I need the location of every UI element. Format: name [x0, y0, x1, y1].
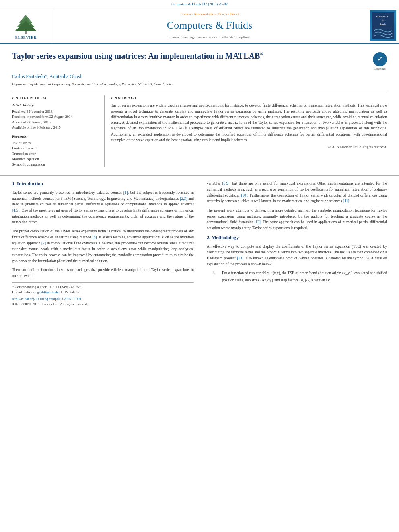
footnote-area: * Corresponding author. Tel.: +1 (849) 2…: [12, 282, 194, 307]
crossmark-label: CrossMark: [374, 67, 386, 71]
elsevier-tree-icon: [11, 13, 41, 35]
journal-homepage: journal homepage: www.elsevier.com/locat…: [169, 35, 249, 40]
header-left: ELSEVIER: [0, 8, 52, 43]
info-section: ARTICLE INFO Article history: Received 4…: [12, 92, 387, 167]
keyword-symbolic-computation: Symbolic computation: [12, 162, 98, 168]
journal-thumbnail: computers & fluids: [370, 10, 396, 41]
intro-paragraph-1: Taylor series are primarily presented in…: [12, 190, 194, 225]
present-work-paragraph: The present work attempts to deliver, in…: [207, 207, 387, 231]
top-bar: Computers & Fluids 112 (2015) 79–82: [0, 0, 399, 8]
svg-text:fluids: fluids: [380, 23, 387, 26]
main-content: 1. Introduction Taylor series are primar…: [0, 175, 399, 307]
revised-date: Received in revised form 22 August 2014: [12, 114, 98, 120]
item-label: i.: [213, 270, 219, 283]
intro-paragraph-2: The proper computation of the Taylor ser…: [12, 228, 194, 264]
right-column: variables [8,9], but these are only usef…: [204, 181, 387, 307]
keyword-finite-differences: Finite differences: [12, 146, 98, 151]
abstract-text: Taylor series expansions are widely used…: [111, 103, 387, 150]
header-right: computers & fluids: [367, 8, 399, 43]
methodology-item-1: i. For a function of two variables u(x,y…: [207, 270, 387, 286]
article-info-panel: ARTICLE INFO Article history: Received 4…: [12, 95, 105, 167]
methodology-heading: 2. Methodology: [207, 234, 387, 241]
corresponding-author-note: * Corresponding author. Tel.: +1 (849) 2…: [12, 284, 194, 290]
item-text: For a function of two variables u(x,y), …: [222, 270, 387, 283]
elsevier-wordmark: ELSEVIER: [15, 35, 37, 40]
abstract-panel: ABSTRACT Taylor series expansions are wi…: [105, 95, 387, 167]
elsevier-logo-container: ELSEVIER: [11, 13, 41, 40]
intro-paragraph-3: There are built-in functions in software…: [12, 267, 194, 279]
issn-text: 0045-7930/© 2015 Elsevier Ltd. All right…: [12, 302, 194, 307]
keywords-label: Keywords:: [12, 134, 98, 139]
keyword-truncation-error: Truncation error: [12, 151, 98, 157]
sciencedirect-link[interactable]: ScienceDirect: [218, 12, 239, 16]
left-column: 1. Introduction Taylor series are primar…: [12, 181, 197, 307]
journal-title-header: Computers & Fluids: [167, 18, 252, 33]
intro-continuation: variables [8,9], but these are only usef…: [207, 181, 387, 204]
keyword-taylor-series: Taylor series: [12, 140, 98, 146]
email-note: E-mail address: cjp9444@rit.edu (C. Pant…: [12, 290, 194, 295]
crossmark-icon: ✓: [373, 52, 387, 66]
methodology-paragraph-1: An effective way to compute and display …: [207, 244, 387, 267]
introduction-heading: 1. Introduction: [12, 181, 194, 187]
authors-line: Carlos Pantaleón*, Amitabha Ghosh: [12, 73, 387, 80]
affiliation-line: Department of Mechanical Engineering, Ro…: [12, 82, 387, 87]
svg-text:computers: computers: [376, 15, 390, 18]
crossmark-badge[interactable]: ✓ CrossMark: [373, 52, 387, 71]
article-body: ✓ CrossMark Taylor series expansion usin…: [0, 44, 399, 175]
header-center: Contents lists available at ScienceDirec…: [52, 8, 367, 43]
doi-link[interactable]: http://dx.doi.org/10.1016/j.compfluid.20…: [12, 297, 194, 302]
article-title: Taylor series expansion using matrices: …: [12, 51, 387, 61]
accepted-date: Accepted 22 January 2015: [12, 120, 98, 125]
email-link[interactable]: cjp9444@rit.edu: [35, 290, 58, 294]
abstract-heading: ABSTRACT: [111, 95, 387, 101]
svg-text:&: &: [382, 19, 384, 22]
keyword-modified-equation: Modified equation: [12, 156, 98, 162]
article-history-label: Article history:: [12, 103, 98, 108]
article-info-heading: ARTICLE INFO: [12, 95, 98, 101]
available-date: Available online 9 February 2015: [12, 125, 98, 131]
received-date: Received 4 November 2013: [12, 109, 98, 115]
journal-reference: Computers & Fluids 112 (2015) 79–82: [171, 2, 228, 6]
journal-header: ELSEVIER Contents lists available at Sci…: [0, 8, 399, 44]
sciencedirect-notice: Contents lists available at ScienceDirec…: [181, 12, 239, 17]
copyright-text: © 2015 Elsevier Ltd. All rights reserved…: [111, 144, 387, 150]
